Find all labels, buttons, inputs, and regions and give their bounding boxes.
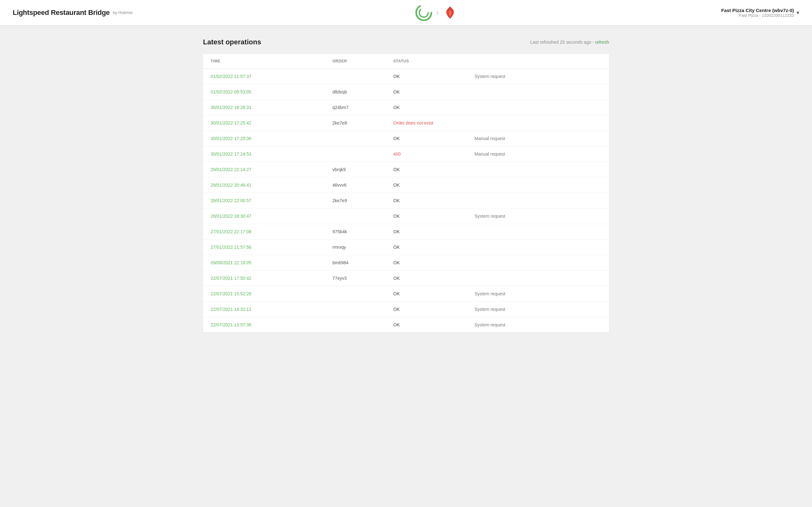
cell-status: OK: [386, 162, 467, 177]
cell-note: System request: [467, 69, 609, 84]
cell-order: q24bm7: [325, 100, 386, 115]
cell-order: 77eyv3: [325, 271, 386, 286]
table-row[interactable]: 27/01/2022 21:57:56rmrvqyOK: [203, 239, 609, 255]
app-header: Lightspeed Restaurant Bridge by Hubrise …: [0, 0, 812, 25]
col-header-time: TIME: [203, 54, 325, 69]
cell-time: 01/02/2022 21:57:37: [203, 69, 325, 84]
location-name: Fast Pizza City Centre (wbv7z-0): [721, 8, 794, 13]
cell-note: [467, 177, 609, 193]
cell-status: OK: [386, 100, 467, 115]
cell-status: OK: [386, 286, 467, 302]
section-title: Latest operations: [203, 38, 261, 46]
cell-order: rmrvqy: [325, 239, 386, 255]
col-header-note: [467, 54, 609, 69]
cell-note: [467, 115, 609, 131]
cell-time: 28/01/2022 22:00:57: [203, 193, 325, 209]
table-row[interactable]: 22/07/2021 15:52:26OKSystem request: [203, 286, 609, 302]
cell-status: OK: [386, 131, 467, 147]
cell-time: 29/01/2022 22:14:27: [203, 162, 325, 177]
table-row[interactable]: 30/01/2022 17:25:422ke7e8Order does not …: [203, 115, 609, 131]
refresh-prefix: Last refreshed 25 seconds ago -: [530, 40, 595, 45]
main-content: Latest operations Last refreshed 25 seco…: [184, 25, 628, 345]
cell-time: 27/01/2022 21:57:56: [203, 239, 325, 255]
cell-time: 22/07/2021 14:32:11: [203, 302, 325, 317]
table-header: TIME ORDER STATUS: [203, 54, 609, 69]
cell-time: 28/01/2022 18:30:47: [203, 209, 325, 224]
cell-time: 22/07/2021 17:50:42: [203, 271, 325, 286]
cell-time: 22/07/2021 15:52:26: [203, 286, 325, 302]
cell-time: 30/01/2022 17:25:36: [203, 131, 325, 147]
table-row[interactable]: 29/01/2022 22:14:27vbrqk9OK: [203, 162, 609, 177]
header-left: Lightspeed Restaurant Bridge by Hubrise: [13, 9, 133, 17]
cell-note: [467, 255, 609, 271]
table-row[interactable]: 22/07/2021 13:57:36OKSystem request: [203, 317, 609, 333]
header-logos: ›: [415, 4, 458, 21]
table-row[interactable]: 30/01/2022 17:25:36OKManual request: [203, 131, 609, 147]
cell-status: Order does not exist: [386, 115, 467, 131]
table-row[interactable]: 22/07/2021 14:32:11OKSystem request: [203, 302, 609, 317]
cell-time: 01/02/2022 09:53:05: [203, 84, 325, 100]
restaurant-logo-icon: [443, 5, 457, 20]
cell-order: 975b4k: [325, 224, 386, 239]
table-row[interactable]: 01/02/2022 09:53:05d8dxqbOK: [203, 84, 609, 100]
cell-note: Manual request: [467, 131, 609, 147]
cell-status: OK: [386, 255, 467, 271]
cell-time: 29/01/2022 20:46:41: [203, 177, 325, 193]
table-row[interactable]: 09/09/2021 22:16:05bm6984OK: [203, 255, 609, 271]
by-hubrise-label: by Hubrise: [113, 10, 133, 15]
cell-order: bm6984: [325, 255, 386, 271]
cell-time: 09/09/2021 22:16:05: [203, 255, 325, 271]
cell-order: d8dxqb: [325, 84, 386, 100]
cell-order: [325, 69, 386, 84]
table-header-row: TIME ORDER STATUS: [203, 54, 609, 69]
table-row[interactable]: 30/01/2022 17:24:53400Manual request: [203, 147, 609, 162]
table-row[interactable]: 22/07/2021 17:50:4277eyv3OK: [203, 271, 609, 286]
cell-status: OK: [386, 302, 467, 317]
svg-point-0: [416, 5, 432, 20]
col-header-status: STATUS: [386, 54, 467, 69]
cell-status: OK: [386, 317, 467, 333]
logo-arrow-icon: ›: [437, 9, 439, 16]
table-row[interactable]: 28/01/2022 18:30:47OKSystem request: [203, 209, 609, 224]
cell-order: [325, 209, 386, 224]
cell-time: 30/01/2022 18:26:31: [203, 100, 325, 115]
cell-note: [467, 162, 609, 177]
refresh-link[interactable]: refresh: [595, 40, 609, 45]
cell-status: OK: [386, 271, 467, 286]
cell-time: 22/07/2021 13:57:36: [203, 317, 325, 333]
table-row[interactable]: 29/01/2022 20:46:4146vvv6OK: [203, 177, 609, 193]
cell-order: 2ke7e9: [325, 193, 386, 209]
cell-note: [467, 193, 609, 209]
cell-note: System request: [467, 302, 609, 317]
cell-order: vbrqk9: [325, 162, 386, 177]
cell-time: 30/01/2022 17:24:53: [203, 147, 325, 162]
location-selector[interactable]: Fast Pizza City Centre (wbv7z-0) Fast Pi…: [721, 8, 799, 18]
svg-point-1: [419, 8, 428, 17]
operations-table: TIME ORDER STATUS 01/02/2022 21:57:37OKS…: [203, 54, 609, 332]
cell-status: 400: [386, 147, 467, 162]
cell-note: [467, 84, 609, 100]
cell-status: OK: [386, 69, 467, 84]
cell-status: OK: [386, 193, 467, 209]
cell-time: 27/01/2022 22:17:08: [203, 224, 325, 239]
location-info: Fast Pizza City Centre (wbv7z-0) Fast Pi…: [721, 8, 794, 18]
cell-note: [467, 224, 609, 239]
table-row[interactable]: 27/01/2022 22:17:08975b4kOK: [203, 224, 609, 239]
cell-order: [325, 317, 386, 333]
cell-status: OK: [386, 239, 467, 255]
cell-note: Manual request: [467, 147, 609, 162]
dropdown-arrow-icon: ▾: [797, 9, 799, 16]
cell-order: 46vvv6: [325, 177, 386, 193]
operations-table-container: TIME ORDER STATUS 01/02/2022 21:57:37OKS…: [203, 54, 609, 332]
cell-note: [467, 271, 609, 286]
cell-note: System request: [467, 209, 609, 224]
table-row[interactable]: 30/01/2022 18:26:31q24bm7OK: [203, 100, 609, 115]
hubrise-logo-icon: [415, 4, 432, 21]
cell-order: 2ke7e8: [325, 115, 386, 131]
cell-order: [325, 147, 386, 162]
cell-status: OK: [386, 177, 467, 193]
table-row[interactable]: 01/02/2022 21:57:37OKSystem request: [203, 69, 609, 84]
cell-status: OK: [386, 224, 467, 239]
cell-note: [467, 100, 609, 115]
table-row[interactable]: 28/01/2022 22:00:572ke7e9OK: [203, 193, 609, 209]
